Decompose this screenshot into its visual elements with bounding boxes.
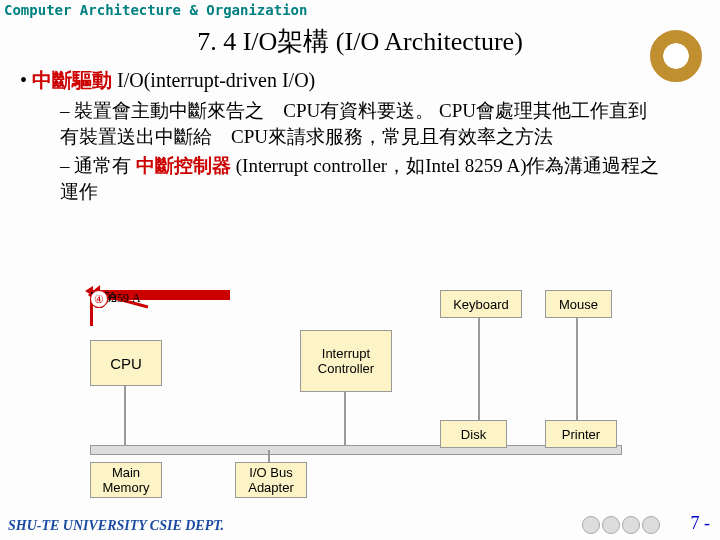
interrupt-controller-box: Interrupt Controller [300,330,392,392]
nav-first-icon[interactable] [582,516,600,534]
bullet-interrupt-driven: • 中斷驅動 I/O(interrupt-driven I/O) [20,67,700,94]
bullet-suffix: I/O(interrupt-driven I/O) [112,69,315,91]
dash-item-2: – 通常有 中斷控制器 (Interrupt controller，如Intel… [60,153,660,204]
io-bus-adapter-box: I/O Bus Adapter [235,462,307,498]
cpu-bus-line [124,384,126,446]
disk-box: Disk [440,420,507,448]
mouse-box: Mouse [545,290,612,318]
printer-box: Printer [545,420,617,448]
footer-dept: SHU-TE UNIVERSITY CSIE DEPT. [8,518,224,534]
slide-nav[interactable] [582,516,660,534]
dash2-term: 中斷控制器 [136,155,231,176]
nav-next-icon[interactable] [622,516,640,534]
course-header: Computer Architecture & Organization [0,0,720,20]
dash2-pre: – 通常有 [60,155,136,176]
university-logo-icon [650,30,702,82]
nav-prev-icon[interactable] [602,516,620,534]
bullet-marker: • [20,69,32,91]
main-memory-box: Main Memory [90,462,162,498]
keyboard-box: Keyboard [440,290,522,318]
cpu-box: CPU [90,340,162,386]
page-title: 7. 4 I/O架構 (I/O Architecture) [0,24,720,59]
nav-last-icon[interactable] [642,516,660,534]
bullet-term: 中斷驅動 [32,69,112,91]
system-bus [90,445,622,455]
ioa-bus-line [268,450,270,462]
io-architecture-diagram: CPU Interrupt Controller Keyboard Mouse … [90,290,650,505]
dash-item-1: – 裝置會主動中斷來告之 CPU有資料要送。 CPU會處理其他工作直到有裝置送出… [60,98,660,149]
step-4-icon: ④ [90,290,108,308]
ic-bus-line [344,390,346,446]
page-number: 7 - [691,513,711,534]
